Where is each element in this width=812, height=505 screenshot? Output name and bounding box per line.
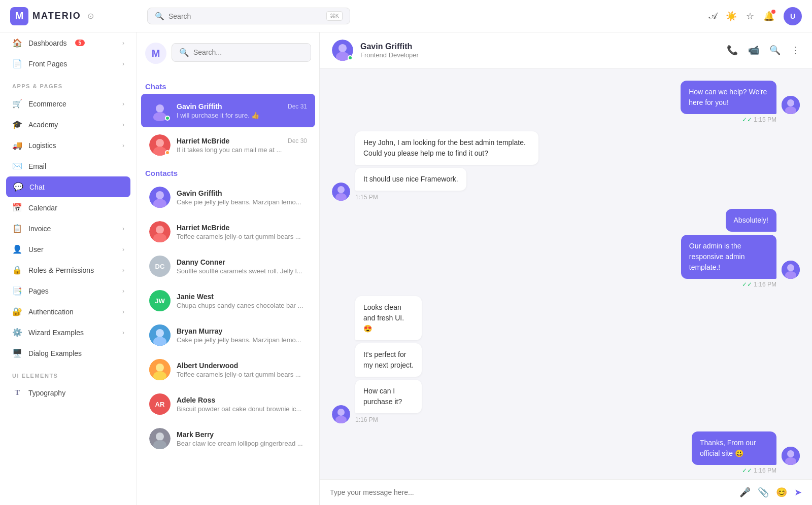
page-icon: 📄 <box>12 59 22 68</box>
sidebar-item-roles[interactable]: 🔒 Roles & Permissions › <box>0 260 137 280</box>
contact-item-janie[interactable]: JW Janie West Chupa chups candy canes ch… <box>141 284 315 317</box>
sidebar-item-typography[interactable]: T Typography <box>0 383 137 403</box>
theme-icon[interactable]: ☀️ <box>726 11 737 22</box>
svg-point-19 <box>156 432 164 441</box>
contact-mark-avatar <box>149 428 171 449</box>
sidebar-item-academy[interactable]: 🎓 Academy › <box>0 114 137 135</box>
chat-input-icons: 🎤 📎 😊 ➤ <box>739 487 802 498</box>
chat-contact-name: Gavin Griffith <box>360 42 720 51</box>
contact-item-adele[interactable]: AR Adele Ross Biscuit powder oat cake do… <box>141 387 315 421</box>
chat-preview: If it takes long you can mail me at ... <box>177 146 307 154</box>
chat-item-harriet[interactable]: Harriet McBride Dec 30 If it takes long … <box>141 128 315 162</box>
logo-area: M MATERIO ⊙ <box>10 7 147 25</box>
avatar-wrap <box>149 134 171 156</box>
translate-icon[interactable]: 𝒜 <box>709 11 717 21</box>
sidebar-item-invoice[interactable]: 📋 Invoice › <box>0 218 137 239</box>
sidebar-item-calendar[interactable]: 📅 Calendar <box>0 197 137 218</box>
sidebar-item-ecommerce[interactable]: 🛒 Ecommerce › <box>0 93 137 114</box>
svg-point-10 <box>156 226 164 234</box>
sidebar-item-dashboards[interactable]: 🏠 Dashboards 5 › <box>0 32 137 53</box>
msg-bubble: Hey John, I am looking for the best admi… <box>355 131 538 165</box>
contact-harriet-avatar <box>149 221 171 242</box>
sidebar-label-dashboards: Dashboards <box>28 39 67 47</box>
mic-icon[interactable]: 🎤 <box>739 487 751 498</box>
user-avatar[interactable]: U <box>784 7 802 25</box>
notification-icon[interactable]: 🔔 <box>763 11 774 22</box>
sidebar-label-chat: Chat <box>29 183 45 191</box>
svg-point-7 <box>156 191 164 199</box>
contact-preview: Bear claw ice cream lollipop gingerbread… <box>177 440 307 447</box>
search-icon: 🔍 <box>179 48 189 57</box>
chevron-icon: › <box>122 142 124 149</box>
chevron-icon: › <box>122 329 124 336</box>
contact-item-harriet[interactable]: Harriet McBride Toffee caramels jelly-o … <box>141 215 315 248</box>
contact-item-bryan[interactable]: Bryan Murray Cake pie jelly jelly beans.… <box>141 318 315 352</box>
contact-preview: Biscuit powder oat cake donut brownie ic… <box>177 405 307 413</box>
pages-icon: 📑 <box>12 286 22 296</box>
sidebar-item-front-pages[interactable]: 📄 Front Pages › <box>0 53 137 74</box>
phone-icon[interactable]: 📞 <box>727 45 738 56</box>
msg-time: 1:15 PM <box>355 194 378 201</box>
chats-section-title: Chats <box>137 76 319 94</box>
msg-time: ✓✓ 1:16 PM <box>742 467 800 474</box>
status-dot-online <box>165 116 170 121</box>
sidebar-item-authentication[interactable]: 🔐 Authentication › <box>0 301 137 322</box>
sidebar-item-pages[interactable]: 📑 Pages › <box>0 280 137 301</box>
avatar-wrap: AR <box>149 393 171 415</box>
contact-janie-avatar: JW <box>149 290 171 311</box>
sidebar-item-user[interactable]: 👤 User › <box>0 239 137 260</box>
emoji-icon[interactable]: 😊 <box>776 487 787 498</box>
video-icon[interactable]: 📹 <box>748 45 759 56</box>
msg-bubble: It should use nice Framework. <box>355 168 466 191</box>
send-icon[interactable]: ➤ <box>794 487 802 498</box>
contact-info: Janie West Chupa chups candy canes choco… <box>177 293 307 309</box>
svg-point-22 <box>339 44 347 52</box>
global-search-bar[interactable]: 🔍 ⌘K <box>147 8 350 24</box>
sidebar-item-dialog[interactable]: 🖥️ Dialog Examples <box>0 343 137 364</box>
svg-point-31 <box>787 264 794 271</box>
contact-info: Albert Underwood Toffee caramels jelly-o… <box>177 362 307 378</box>
chevron-icon: › <box>122 40 124 47</box>
msg-time: 1:16 PM <box>355 416 378 423</box>
contact-item-albert[interactable]: Albert Underwood Toffee caramels jelly-o… <box>141 353 315 386</box>
search-icon: 🔍 <box>155 12 164 21</box>
chat-search-bar[interactable]: 🔍 <box>172 43 311 62</box>
search-input[interactable] <box>168 12 322 20</box>
sent-avatar <box>782 261 800 279</box>
sidebar-item-email[interactable]: ✉️ Email <box>0 156 137 176</box>
contact-name: Danny Conner <box>177 258 307 266</box>
contact-item-danny[interactable]: DC Danny Conner Soufflé soufflé caramels… <box>141 249 315 283</box>
chevron-icon: › <box>122 100 124 107</box>
contact-albert-avatar <box>149 359 171 380</box>
contact-item-mark[interactable]: Mark Berry Bear claw ice cream lollipop … <box>141 422 315 455</box>
sidebar-label-email: Email <box>28 162 46 170</box>
chat-header-avatar-wrap <box>332 40 353 61</box>
sidebar-label-ecommerce: Ecommerce <box>28 100 66 108</box>
message-input[interactable] <box>330 488 733 496</box>
contact-item-gavin[interactable]: Gavin Griffith Cake pie jelly jelly bean… <box>141 181 315 214</box>
chat-header: Gavin Griffith Frontend Developer 📞 📹 🔍 … <box>320 32 812 68</box>
chat-search-input[interactable] <box>193 48 303 56</box>
sidebar-label-wizard: Wizard Examples <box>28 329 84 337</box>
main-layout: 🏠 Dashboards 5 › 📄 Front Pages › APPS & … <box>0 32 812 505</box>
msg-bubble: It's perfect for my next project. <box>355 343 422 377</box>
chat-item-gavin[interactable]: Gavin Griffith Dec 31 I will purchase it… <box>141 94 315 127</box>
contact-info: Bryan Murray Cake pie jelly jelly beans.… <box>177 327 307 344</box>
svg-point-16 <box>156 364 164 372</box>
avatar-wrap <box>149 221 171 242</box>
svg-point-34 <box>337 409 345 416</box>
more-options-icon[interactable]: ⋮ <box>791 45 800 56</box>
contact-name: Bryan Murray <box>177 327 307 335</box>
bookmark-icon[interactable]: ☆ <box>746 11 754 22</box>
contact-info: Adele Ross Biscuit powder oat cake donut… <box>177 396 307 413</box>
contact-preview: Chupa chups candy canes chocolate bar ..… <box>177 302 307 309</box>
sidebar-item-logistics[interactable]: 🚚 Logistics › <box>0 135 137 156</box>
sidebar-item-chat[interactable]: 💬 Chat <box>6 176 130 197</box>
truck-icon: 🚚 <box>12 140 22 150</box>
attach-icon[interactable]: 📎 <box>758 487 769 498</box>
section-label-ui: UI ELEMENTS <box>0 364 137 383</box>
search-chat-icon[interactable]: 🔍 <box>769 45 781 56</box>
sidebar-item-wizard[interactable]: ⚙️ Wizard Examples › <box>0 322 137 343</box>
section-label-apps: APPS & PAGES <box>0 74 137 93</box>
auth-icon: 🔐 <box>12 307 22 316</box>
